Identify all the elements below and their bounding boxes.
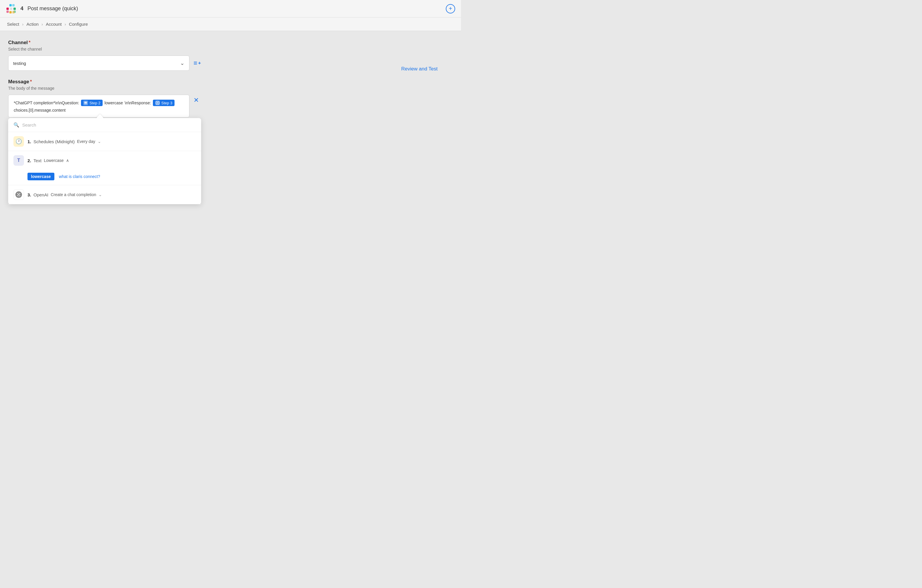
message-row: *ChatGPT completion*\n\nQuestion: Step 2… bbox=[8, 95, 453, 118]
svg-point-14 bbox=[18, 194, 20, 196]
channel-required-star: * bbox=[29, 40, 30, 45]
breadcrumb-account[interactable]: Account bbox=[46, 21, 62, 26]
channel-description: Select the channel bbox=[8, 47, 453, 51]
step-number: 4 bbox=[20, 6, 23, 12]
step2-chip-icon bbox=[83, 101, 88, 105]
step3-chip[interactable]: Step 3 bbox=[153, 100, 175, 106]
step3-chevron[interactable]: ⌄ bbox=[98, 192, 102, 197]
review-test-link[interactable]: Review and Test bbox=[401, 66, 438, 72]
step1-info: 1. Schedules (Midnight) Every day ⌄ bbox=[28, 139, 196, 144]
svg-rect-6 bbox=[9, 11, 12, 13]
svg-rect-1 bbox=[7, 10, 9, 13]
openai-icon bbox=[13, 189, 24, 200]
svg-rect-4 bbox=[13, 8, 16, 10]
message-required-star: * bbox=[30, 79, 32, 85]
message-description: The body of the message bbox=[8, 86, 453, 91]
svg-rect-8 bbox=[10, 8, 12, 10]
search-icon: 🔍 bbox=[13, 122, 19, 128]
svg-point-12 bbox=[156, 101, 159, 105]
step2-chevron[interactable]: ∧ bbox=[66, 158, 69, 163]
step2-number: 2. bbox=[28, 158, 31, 163]
text-icon: T bbox=[13, 155, 24, 166]
svg-rect-3 bbox=[12, 4, 15, 7]
breadcrumb-sep-3: › bbox=[65, 22, 66, 26]
header-left: 4 Post message (quick) bbox=[6, 3, 78, 14]
step3-number: 3. bbox=[28, 192, 31, 197]
step3-suffix: choices.[0].message.content bbox=[14, 108, 65, 113]
step-title: Post message (quick) bbox=[28, 6, 78, 12]
slack-logo bbox=[6, 3, 16, 14]
channel-chevron: ⌄ bbox=[180, 60, 185, 66]
step2-chip[interactable]: Step 2 bbox=[81, 100, 103, 106]
search-input[interactable] bbox=[22, 122, 196, 127]
channel-dropdown-row: testing ⌄ ≡ + bbox=[8, 56, 453, 71]
add-button[interactable]: + bbox=[446, 4, 455, 13]
step3-chip-icon bbox=[155, 101, 160, 105]
step2-expanded: lowercase what is claris connect? bbox=[8, 170, 201, 185]
step2-detail: Lowercase bbox=[44, 158, 64, 163]
svg-rect-2 bbox=[9, 4, 12, 7]
step1-chevron[interactable]: ⌄ bbox=[98, 139, 101, 144]
step-row-3[interactable]: 3. OpenAI Create a chat completion ⌄ bbox=[8, 185, 201, 204]
channel-value: testing bbox=[13, 61, 26, 66]
dropdown-arrow bbox=[96, 114, 104, 119]
step3-detail: Create a chat completion bbox=[51, 192, 96, 197]
step-row-1[interactable]: 🕐 1. Schedules (Midnight) Every day ⌄ bbox=[8, 132, 201, 151]
step1-name: Schedules (Midnight) bbox=[34, 139, 75, 144]
step2-name: Text bbox=[34, 158, 42, 163]
channel-field: Channel * Select the channel testing ⌄ ≡… bbox=[8, 40, 453, 71]
result-link[interactable]: what is claris connect? bbox=[59, 174, 100, 179]
schedule-icon: 🕐 bbox=[13, 136, 24, 147]
channel-label: Channel * bbox=[8, 40, 453, 46]
message-prefix: *ChatGPT completion*\n\nQuestion: bbox=[14, 101, 79, 105]
main-content: Review and Test Channel * Select the cha… bbox=[0, 31, 461, 213]
step2-info: 2. Text Lowercase ∧ bbox=[28, 158, 196, 163]
search-row: 🔍 bbox=[8, 118, 201, 132]
step3-info: 3. OpenAI Create a chat completion ⌄ bbox=[28, 192, 196, 197]
breadcrumb-action[interactable]: Action bbox=[26, 21, 39, 26]
step2-suffix: lowercase bbox=[105, 101, 123, 105]
breadcrumb-configure[interactable]: Configure bbox=[69, 21, 88, 26]
breadcrumb-sep-2: › bbox=[41, 22, 43, 26]
lowercase-chip[interactable]: lowercase bbox=[28, 173, 54, 180]
list-add-icon[interactable]: ≡ + bbox=[193, 59, 201, 67]
header: 4 Post message (quick) + bbox=[0, 0, 461, 18]
step1-number: 1. bbox=[28, 139, 31, 144]
step3-name: OpenAI bbox=[34, 192, 49, 197]
step1-detail: Every day bbox=[77, 139, 95, 144]
dropdown-panel: 🔍 🕐 1. Schedules (Midnight) Every day ⌄ bbox=[8, 118, 201, 204]
message-label: Message * bbox=[8, 79, 453, 85]
svg-rect-0 bbox=[7, 8, 9, 10]
message-field: Message * The body of the message *ChatG… bbox=[8, 79, 453, 204]
close-button[interactable]: ✕ bbox=[193, 96, 199, 104]
message-middle: \n\nResponse: bbox=[125, 101, 151, 105]
breadcrumb-select[interactable]: Select bbox=[7, 21, 19, 26]
svg-rect-10 bbox=[85, 102, 87, 103]
svg-rect-11 bbox=[85, 103, 87, 103]
svg-rect-7 bbox=[12, 11, 15, 13]
breadcrumb: Select › Action › Account › Configure bbox=[0, 18, 461, 31]
breadcrumb-sep-1: › bbox=[22, 22, 24, 26]
channel-dropdown[interactable]: testing ⌄ bbox=[8, 56, 190, 71]
step-row-2-container: T 2. Text Lowercase ∧ lowercase what is … bbox=[8, 151, 201, 185]
step-row-2[interactable]: T 2. Text Lowercase ∧ bbox=[8, 151, 201, 170]
